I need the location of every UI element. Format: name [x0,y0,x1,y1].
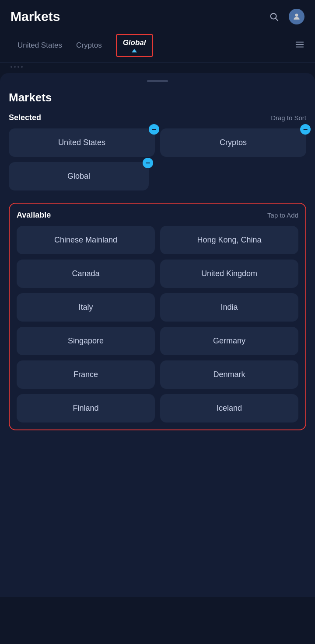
tab-bar: United States Cryptos Global [0,29,315,62]
user-avatar[interactable] [289,9,304,24]
drag-handle[interactable] [147,80,168,82]
menu-button[interactable] [295,40,304,52]
decorative-dots [0,62,315,71]
top-bar: Markets [0,0,315,29]
available-item-germany[interactable]: Germany [160,327,298,355]
available-section: Available Tap to Add Chinese Mainland Ho… [9,203,306,430]
available-item-hong-kong[interactable]: Hong Kong, China [160,226,298,254]
selected-row-1: − United States − Cryptos [9,128,306,157]
available-item-singapore[interactable]: Singapore [17,327,155,355]
top-bar-icons [266,9,304,24]
remove-cryptos-button[interactable]: − [300,124,311,135]
available-item-finland[interactable]: Finland [17,394,155,422]
active-tab-indicator [132,49,137,52]
tab-united-states[interactable]: United States [10,36,69,55]
available-item-iceland[interactable]: Iceland [160,394,298,422]
available-item-france[interactable]: France [17,360,155,389]
selected-section-header: Selected Drag to Sort [9,113,306,122]
selected-item-global-wrapper: − Global [9,162,149,190]
available-item-denmark[interactable]: Denmark [160,360,298,389]
selected-label: Selected [9,113,41,122]
available-grid: Chinese Mainland Hong Kong, China Canada… [17,226,298,422]
available-item-united-kingdom[interactable]: United Kingdom [160,260,298,288]
selected-item-cryptos: − Cryptos [160,128,306,157]
available-item-india[interactable]: India [160,293,298,322]
available-item-italy[interactable]: Italy [17,293,155,322]
modal-sheet: Markets Selected Drag to Sort − United S… [0,73,315,597]
svg-line-1 [276,18,278,21]
search-button[interactable] [266,9,282,24]
selected-card-global[interactable]: Global [9,162,149,190]
available-label: Available [17,211,51,220]
tab-global[interactable]: Global [109,29,160,62]
selected-card-cryptos[interactable]: Cryptos [160,128,306,157]
svg-point-2 [295,14,298,17]
tab-cryptos[interactable]: Cryptos [69,36,109,55]
available-item-canada[interactable]: Canada [17,260,155,288]
selected-card-united-states[interactable]: United States [9,128,155,157]
selected-item-united-states: − United States [9,128,155,157]
remove-united-states-button[interactable]: − [149,124,159,135]
tap-to-add-hint: Tap to Add [267,211,298,219]
drag-sort-hint: Drag to Sort [271,114,306,121]
remove-global-button[interactable]: − [143,158,153,168]
available-section-header: Available Tap to Add [17,211,298,220]
available-item-chinese-mainland[interactable]: Chinese Mainland [17,226,155,254]
modal-title: Markets [9,91,306,104]
app-title: Markets [10,9,60,24]
